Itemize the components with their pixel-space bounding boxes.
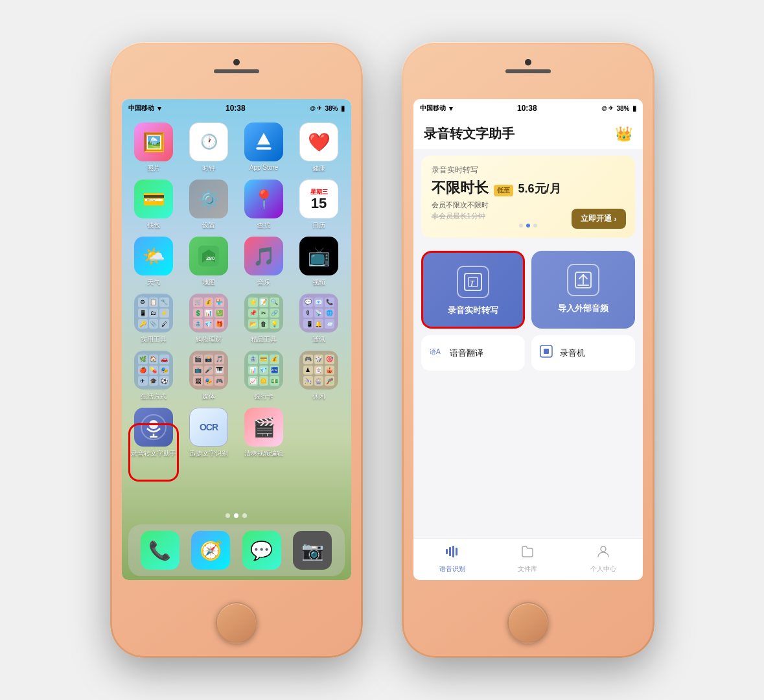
nav-files-label: 文件库: [518, 565, 537, 574]
app-clock[interactable]: 🕐 时钟: [185, 122, 233, 173]
app-music[interactable]: 🎵 音乐: [240, 237, 288, 287]
app-calendar[interactable]: 星期三 15 日历: [295, 180, 343, 230]
app-settings[interactable]: ⚙️ 设置: [185, 180, 233, 230]
camera-dot-2: [525, 59, 531, 65]
app-label-ocr: 迅捷文字识别: [189, 449, 228, 458]
app-maps[interactable]: 280 地图: [185, 237, 233, 287]
app-health[interactable]: ❤️ 健康: [295, 122, 343, 173]
app-weather[interactable]: 🌤️ 天气: [130, 237, 178, 287]
folder-label-media: 媒体: [202, 392, 215, 401]
dot-1: [226, 513, 230, 518]
folder-icon-leisure: 🎮 🎲 🎯 ♟ 🃏 🎪 🎠 🎡 🎢: [299, 351, 338, 390]
app-icon-videoeditor: 🎬: [244, 408, 283, 447]
banner-big-text: 不限时长: [432, 178, 489, 198]
banner-main-row: 不限时长 低至 5.6元/月: [432, 178, 625, 198]
page-dots: [122, 513, 351, 518]
folder-icon-life: 🌿 🏠 🚗 🍎 💊 🎭 ✈ 🎓 ⚽: [134, 351, 173, 390]
app-label-photos: 照片: [147, 164, 160, 173]
home-screen: 中国移动 ▾ 10:38 @ ✈ 38% ▮ 🖼️ 照片 🕐: [122, 99, 351, 580]
banner-price: 5.6元/月: [518, 181, 561, 196]
folder-comm[interactable]: 💬 📧 📞 🎙 📡 🌐 📲 🔔 📨 通讯: [295, 294, 343, 344]
svg-rect-18: [544, 349, 549, 354]
app-tv[interactable]: 📺 视频: [295, 237, 343, 287]
app-luyin[interactable]: 录音转文字助手: [130, 408, 178, 458]
app-title: 录音转文字助手: [424, 125, 515, 143]
banner-dot-1: [519, 224, 523, 228]
dock-camera[interactable]: 📷: [293, 531, 332, 570]
nav-profile-icon: [596, 544, 611, 563]
home-button-1[interactable]: [216, 602, 257, 644]
folder-icon-tools: ⚙ 📋 🔧 📱 🗂 ⚡ 🔑 📎 🖊: [134, 294, 173, 332]
app-label-find: 查找: [257, 221, 270, 230]
folder-icon-media: 🎬 📸 🎵 📺 🎤 🎹 🖼 🎭 🎮: [189, 351, 228, 390]
nav-voice-label: 语音识别: [439, 565, 465, 574]
folder-icon-comm: 💬 📧 📞 🎙 📡 🌐 📲 🔔 📨: [299, 294, 338, 332]
crown-icon: 👑: [615, 126, 632, 143]
app-label-clock: 时钟: [202, 164, 215, 173]
app-appstore[interactable]: App Store: [240, 122, 288, 173]
folder-media[interactable]: 🎬 📸 🎵 📺 🎤 🎹 🖼 🎭 🎮 媒体: [185, 351, 233, 401]
app-screen: 中国移动 ▾ 10:38 @ ✈ 38% ▮ 录音转文字助手 👑 录音实时转写: [413, 99, 643, 580]
banner-open-button[interactable]: 立即开通 ›: [572, 209, 626, 229]
import-icon: [567, 264, 599, 296]
app-videoeditor[interactable]: 🎬 清爽视频编辑: [240, 408, 288, 458]
app-ocr[interactable]: OCR 迅捷文字识别: [185, 408, 233, 458]
folder-tools[interactable]: ⚙ 📋 🔧 📱 🗂 ⚡ 🔑 📎 🖊 实用工具: [130, 294, 178, 344]
banner-btn-arrow: ›: [614, 215, 617, 224]
folder-icon-bank: 🏦 💳 💰 📊 💎 🏧 📈 🪙 💵: [244, 351, 283, 390]
folder-label-comm: 通讯: [312, 335, 325, 344]
dock-message[interactable]: 💬: [242, 531, 281, 570]
app-icon-calendar: 星期三 15: [299, 180, 338, 218]
banner-btn-label: 立即开通: [581, 213, 612, 224]
nav-voice[interactable]: 语音识别: [439, 544, 465, 574]
phone-screen-2: 中国移动 ▾ 10:38 @ ✈ 38% ▮ 录音转文字助手 👑 录音实时转写: [413, 99, 643, 580]
app-icon-wallet: 💳: [134, 180, 173, 218]
app-icon-find: 📍: [244, 180, 283, 218]
realtime-transcribe-button[interactable]: T 录音实时转写: [421, 251, 525, 329]
app-label-appstore: App Store: [249, 164, 278, 171]
home-button-2[interactable]: [507, 602, 549, 644]
app-icon-photos: 🖼️: [134, 122, 173, 161]
phone-top-1: [110, 56, 363, 95]
folder-shopping[interactable]: 🛒 💰 🏪 💲 📊 💹 🏦 💎 🎁 购物理财: [185, 294, 233, 344]
nav-files[interactable]: 文件库: [518, 544, 537, 574]
battery-icon-2: ▮: [632, 104, 636, 113]
app-photos[interactable]: 🖼️ 照片: [130, 122, 178, 173]
battery-2: 38%: [616, 105, 629, 112]
folder-label-premium: 精品工具: [251, 335, 277, 344]
folder-leisure[interactable]: 🎮 🎲 🎯 ♟ 🃏 🎪 🎠 🎡 🎢 休闲: [295, 351, 343, 401]
phone-top-2: [402, 56, 654, 95]
banner-card[interactable]: 录音实时转写 不限时长 低至 5.6元/月 会员不限次不限时 非会员最长1分钟 …: [421, 156, 635, 238]
dock-safari[interactable]: 🧭: [191, 531, 230, 570]
status-left-2: 中国移动 ▾: [420, 104, 453, 113]
nav-profile[interactable]: 个人中心: [590, 544, 616, 574]
app-icon-luyin: [134, 408, 173, 447]
svg-rect-22: [456, 548, 457, 555]
app-grid: 🖼️ 照片 🕐 时钟 App Store ❤️ 健康: [122, 117, 351, 463]
folder-label-leisure: 休闲: [312, 392, 325, 401]
app-label-weather: 天气: [147, 278, 160, 287]
secondary-buttons: 语 A 语音翻译 录音机: [413, 335, 643, 371]
app-label-health: 健康: [312, 164, 325, 173]
folder-label-life: 生活方式: [141, 392, 167, 401]
import-audio-button[interactable]: 导入外部音频: [531, 251, 635, 329]
phone-screen-1: 中国移动 ▾ 10:38 @ ✈ 38% ▮ 🖼️ 照片 🕐: [122, 99, 351, 580]
bottom-nav: 语音识别 文件库: [413, 538, 643, 580]
speaker-2: [505, 69, 551, 73]
folder-label-bank: 银行卡: [254, 392, 273, 401]
folder-bank[interactable]: 🏦 💳 💰 📊 💎 🏧 📈 🪙 💵 银行卡: [240, 351, 288, 401]
app-find[interactable]: 📍 查找: [240, 180, 288, 230]
app-wallet[interactable]: 💳 钱包: [130, 180, 178, 230]
nav-files-icon: [520, 544, 535, 563]
svg-rect-19: [446, 549, 448, 554]
folder-life[interactable]: 🌿 🏠 🚗 🍎 💊 🎭 ✈ 🎓 ⚽ 生活方式: [130, 351, 178, 401]
dot-2: [234, 513, 238, 518]
wifi-icon-1: ▾: [157, 104, 161, 113]
phone-1: 中国移动 ▾ 10:38 @ ✈ 38% ▮ 🖼️ 照片 🕐: [110, 42, 363, 658]
speaker-1: [214, 69, 259, 73]
translate-button[interactable]: 语 A 语音翻译: [421, 335, 525, 371]
recorder-button[interactable]: 录音机: [531, 335, 635, 371]
dock-phone[interactable]: 📞: [141, 531, 179, 570]
status-bar-1: 中国移动 ▾ 10:38 @ ✈ 38% ▮: [122, 99, 351, 117]
folder-premium[interactable]: ⭐ 📝 🔍 📌 ✂ 🔗 📂 🗑 💡 精品工具: [240, 294, 288, 344]
